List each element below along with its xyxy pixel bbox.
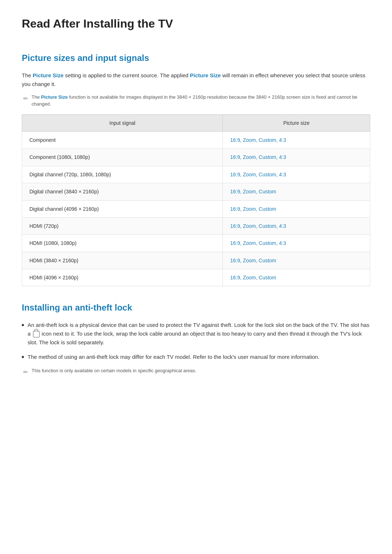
lock-icon bbox=[33, 331, 40, 337]
table-row: Component16:9, Zoom, Custom, 4:3 bbox=[22, 131, 370, 148]
bullet-text-1: An anti-theft lock is a physical device … bbox=[28, 321, 370, 347]
list-item: The method of using an anti-theft lock m… bbox=[22, 353, 370, 361]
bullet-dot bbox=[22, 356, 24, 358]
pencil-icon-2: ✏ bbox=[23, 368, 28, 377]
picture-section-title: Picture sizes and input signals bbox=[22, 51, 370, 65]
table-cell-size: 16:9, Zoom, Custom, 4:3 bbox=[223, 149, 370, 166]
signal-table: Input signal Picture size Component16:9,… bbox=[22, 114, 370, 287]
table-cell-input: HDMI (3840 × 2160p) bbox=[22, 252, 223, 269]
bullet-text-2: The method of using an anti-theft lock m… bbox=[28, 353, 319, 361]
intro-link2: Picture Size bbox=[190, 72, 221, 78]
table-header-size: Picture size bbox=[223, 114, 370, 131]
page-title: Read After Installing the TV bbox=[22, 15, 370, 37]
table-cell-size: 16:9, Zoom, Custom bbox=[223, 252, 370, 269]
table-row: Digital channel (4096 × 2160p)16:9, Zoom… bbox=[22, 200, 370, 217]
picture-note: ✏ The Picture Size function is not avail… bbox=[22, 94, 370, 108]
table-cell-size: 16:9, Zoom, Custom, 4:3 bbox=[223, 166, 370, 183]
table-cell-input: Digital channel (720p, 1080i, 1080p) bbox=[22, 166, 223, 183]
table-row: Component (1080i, 1080p)16:9, Zoom, Cust… bbox=[22, 149, 370, 166]
table-row: HDMI (3840 × 2160p)16:9, Zoom, Custom bbox=[22, 252, 370, 269]
table-cell-size: 16:9, Zoom, Custom, 4:3 bbox=[223, 235, 370, 252]
table-cell-input: Digital channel (3840 × 2160p) bbox=[22, 183, 223, 200]
table-row: HDMI (720p)16:9, Zoom, Custom, 4:3 bbox=[22, 217, 370, 234]
intro-link1: Picture Size bbox=[33, 72, 64, 78]
intro-part1: The bbox=[22, 72, 33, 78]
picture-note-text: The Picture Size function is not availab… bbox=[32, 94, 370, 108]
table-cell-size: 16:9, Zoom, Custom bbox=[223, 200, 370, 217]
intro-part2: setting is applied to the current source… bbox=[64, 72, 190, 78]
table-cell-size: 16:9, Zoom, Custom bbox=[223, 269, 370, 286]
table-row: Digital channel (3840 × 2160p)16:9, Zoom… bbox=[22, 183, 370, 200]
pencil-icon: ✏ bbox=[23, 94, 28, 103]
table-row: HDMI (1080i, 1080p)16:9, Zoom, Custom, 4… bbox=[22, 235, 370, 252]
table-row: Digital channel (720p, 1080i, 1080p)16:9… bbox=[22, 166, 370, 183]
antitheft-section: Installing an anti-theft lock An anti-th… bbox=[22, 301, 370, 377]
antitheft-bullet-list: An anti-theft lock is a physical device … bbox=[22, 321, 370, 361]
table-cell-size: 16:9, Zoom, Custom, 4:3 bbox=[223, 217, 370, 234]
table-cell-input: Digital channel (4096 × 2160p) bbox=[22, 200, 223, 217]
table-cell-input: HDMI (1080i, 1080p) bbox=[22, 235, 223, 252]
table-cell-size: 16:9, Zoom, Custom bbox=[223, 183, 370, 200]
table-cell-input: Component (1080i, 1080p) bbox=[22, 149, 223, 166]
table-cell-input: HDMI (720p) bbox=[22, 217, 223, 234]
antitheft-note: ✏ This function is only available on cer… bbox=[22, 367, 370, 377]
picture-intro: The Picture Size setting is applied to t… bbox=[22, 71, 370, 89]
table-cell-input: HDMI (4096 × 2160p) bbox=[22, 269, 223, 286]
antitheft-note-text: This function is only available on certa… bbox=[32, 367, 196, 374]
list-item: An anti-theft lock is a physical device … bbox=[22, 321, 370, 347]
table-cell-input: Component bbox=[22, 131, 223, 148]
bullet-dot bbox=[22, 324, 24, 326]
table-row: HDMI (4096 × 2160p)16:9, Zoom, Custom bbox=[22, 269, 370, 286]
table-header-input: Input signal bbox=[22, 114, 223, 131]
picture-section: Picture sizes and input signals The Pict… bbox=[22, 51, 370, 286]
antitheft-section-title: Installing an anti-theft lock bbox=[22, 301, 370, 315]
table-cell-size: 16:9, Zoom, Custom, 4:3 bbox=[223, 131, 370, 148]
